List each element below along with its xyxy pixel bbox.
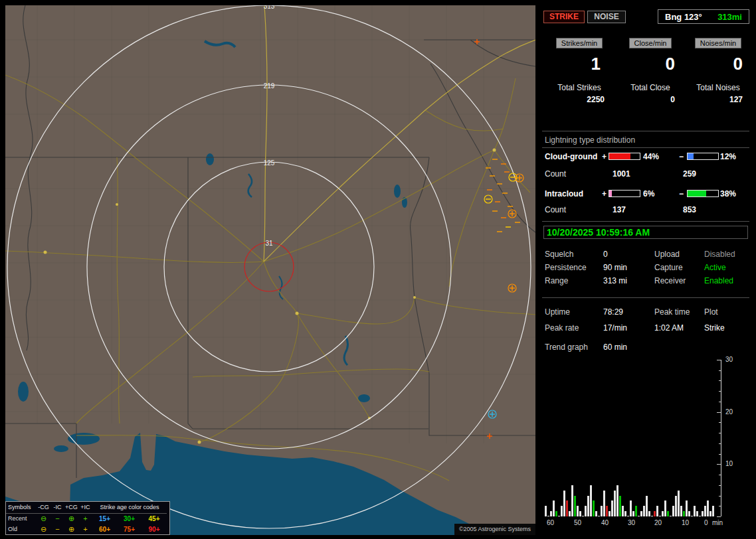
trend-x-label: 10 [682,519,689,526]
stats-row: Peak rate 17/min 1:02 AM Strike [541,323,751,334]
stats-row: Uptime 78:29 Peak time Plot [541,307,751,318]
peak-rate-label: Peak rate [545,323,579,333]
ic-negative-pct: 38% [720,189,736,198]
range-label: Range [545,276,568,285]
noise-button[interactable]: NOISE [587,11,626,23]
map-svg: 31321912531 [5,5,535,535]
age-90: 90+ [142,526,167,533]
lightning-map[interactable]: 31321912531 Symbols -CG -IC +CG +IC Stri… [5,5,535,535]
plus-sign: + [602,152,607,161]
svg-text:313: 313 [264,5,275,10]
bearing-range: 313mi [717,12,742,22]
cg-positive-count: 1001 [613,169,630,179]
trend-bars [545,358,720,516]
upload-label: Upload [654,250,680,259]
copyright-notice: ©2005 Astrogenic Systems [454,524,535,535]
svg-text:31: 31 [265,240,273,247]
control-panel: STRIKE NOISE Bng 123° 313mi Strikes/min … [541,5,751,535]
plot-value: Strike [704,323,725,333]
trend-x-label: min [712,519,723,526]
total-noises-value: 127 [686,95,751,104]
legend-recent-label: Recent [6,515,37,522]
uptime-value: 78:29 [603,307,623,317]
divider [542,297,749,298]
cg-negative-bar [687,153,719,160]
noises-column: Noises/min 0 Total Noises 127 [686,38,751,104]
age-45: 45+ [142,515,167,522]
trend-x-label: 30 [628,519,635,526]
svg-text:125: 125 [264,159,275,167]
plus-icon: + [78,525,92,533]
legend-col-ic-pos: +IC [78,502,92,514]
squelch-value: 0 [603,250,608,259]
legend-age-title: Strike age color codes [92,502,167,514]
strike-button[interactable]: STRIKE [543,11,585,23]
legend-symbols-title: Symbols [6,502,37,514]
circled-minus-icon: ⊖ [37,525,50,533]
circled-minus-icon: ⊖ [37,514,50,522]
cg-positive-pct: 44% [643,152,659,161]
trend-y-axis [721,360,721,516]
minus-icon: − [50,525,64,533]
rate-columns: Strikes/min 1 Total Strikes 2250 Close/m… [543,38,751,104]
plot-label: Plot [704,307,718,317]
receiver-status: Enabled [704,276,733,285]
strikes-per-min-value: 1 [543,54,615,74]
trend-window-value: 60 min [603,343,627,352]
total-close-value: 0 [615,95,686,104]
trend-label-row: Trend graph 60 min [541,343,751,353]
plus-icon: + [78,514,92,522]
peak-time-value: 1:02 AM [654,323,684,333]
persistence-value: 90 min [603,263,627,272]
capture-label: Capture [654,263,683,272]
datetime-display: 10/20/2025 10:59:16 AM [543,226,748,239]
strikes-column: Strikes/min 1 Total Strikes 2250 [543,38,615,104]
ic-negative-count: 853 [683,205,696,214]
legend-col-cg-neg: -CG [37,502,50,514]
peak-rate-value: 17/min [603,323,627,333]
bearing-display: Bng 123° 313mi [658,9,749,24]
uptime-label: Uptime [545,307,570,317]
ic-positive-count: 137 [613,205,626,214]
total-strikes-value: 2250 [543,95,615,104]
settings-row: Squelch 0 Upload Disabled [541,250,751,260]
upload-status: Disabled [704,250,735,259]
minus-sign: − [679,152,684,161]
divider [542,147,749,148]
total-close-label: Total Close [615,83,686,92]
close-per-min-button[interactable]: Close/min [629,38,672,48]
ic-positive-bar [609,190,640,197]
legend-old-label: Old [6,526,37,532]
settings-row: Range 313 mi Receiver Enabled [541,276,751,287]
minus-icon: − [50,514,64,522]
noises-per-min-button[interactable]: Noises/min [695,38,741,48]
age-60: 60+ [92,526,117,533]
ic-positive-pct: 6% [643,189,654,198]
capture-status: Active [704,263,726,272]
age-30: 30+ [117,515,142,522]
age-75: 75+ [117,526,142,533]
trend-x-label: 40 [601,519,609,526]
trend-graph-label: Trend graph [545,343,588,352]
cg-negative-count: 259 [683,169,696,179]
range-value: 313 mi [603,276,627,285]
trend-x-label: 20 [654,519,662,526]
circled-plus-icon: ⊕ [64,525,78,533]
noises-per-min-value: 0 [686,54,751,74]
ic-negative-bar [687,190,719,197]
divider [542,131,749,131]
peak-time-label: Peak time [654,307,690,317]
strikes-per-min-button[interactable]: Strikes/min [556,38,603,48]
svg-text:219: 219 [264,82,275,90]
count-label: Count [545,169,566,179]
cg-positive-bar [609,153,640,160]
bearing-label: Bng 123° [665,12,702,22]
squelch-label: Squelch [545,250,573,259]
divider [542,221,749,222]
plus-sign: + [602,189,607,198]
persistence-label: Persistence [545,263,587,272]
age-15: 15+ [92,515,117,522]
trend-x-label: 50 [574,519,581,526]
close-column: Close/min 0 Total Close 0 [615,38,686,104]
map-legend: Symbols -CG -IC +CG +IC Strike age color… [5,501,170,535]
